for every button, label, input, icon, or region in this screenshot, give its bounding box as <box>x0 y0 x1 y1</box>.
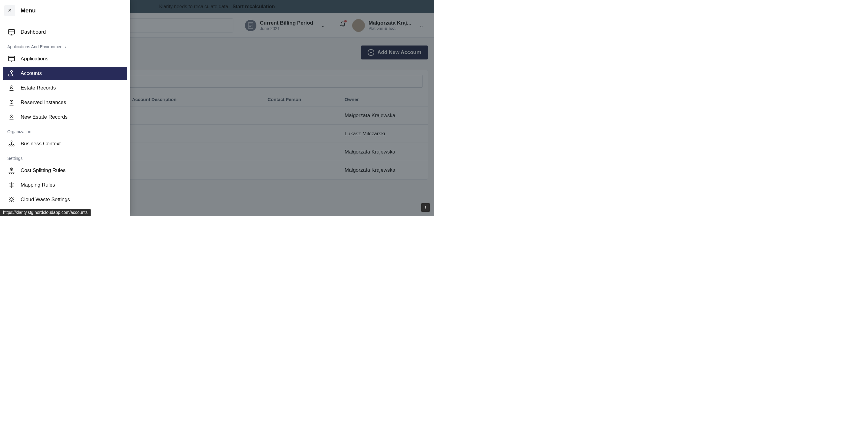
new-estate-records-icon <box>7 113 16 121</box>
dashboard-icon <box>7 28 16 36</box>
svg-point-11 <box>10 70 13 73</box>
nav-item-reserved-instances[interactable]: Reserved Instances <box>3 96 127 109</box>
section-label-applications: Applications And Environments <box>3 40 127 51</box>
section-label-organization: Organization <box>3 125 127 136</box>
nav-item-label: Mapping Rules <box>21 182 55 188</box>
mapping-rules-icon <box>7 181 16 189</box>
nav-item-business-context[interactable]: Business Context <box>3 137 127 150</box>
nav-item-label: Estate Records <box>21 85 56 91</box>
menu-drawer: ✕ Menu Dashboard Applications And Enviro… <box>0 0 130 216</box>
accounts-icon <box>7 69 16 78</box>
svg-point-18 <box>13 145 14 146</box>
estate-records-icon <box>7 84 16 92</box>
nav-item-cost-splitting-rules[interactable]: Cost Splitting Rules <box>3 164 127 177</box>
svg-rect-9 <box>8 29 14 34</box>
nav-item-label: Reserved Instances <box>21 99 66 106</box>
nav-item-mapping-rules[interactable]: Mapping Rules <box>3 178 127 192</box>
browser-status-bar: https://klarity.stg.nordcloudapp.com/acc… <box>0 209 91 216</box>
nav-item-estate-records[interactable]: Estate Records <box>3 81 127 95</box>
nav-item-applications[interactable]: Applications <box>3 52 127 65</box>
nav-item-cloud-waste-settings[interactable]: Cloud Waste Settings <box>3 193 127 206</box>
nav-item-accounts[interactable]: Accounts <box>3 67 127 80</box>
menu-nav: Dashboard Applications And Environments … <box>0 21 130 216</box>
reserved-instances-icon <box>7 98 16 107</box>
svg-point-24 <box>11 199 12 200</box>
section-label-settings: Settings <box>3 152 127 163</box>
close-icon: ✕ <box>8 7 12 13</box>
svg-point-23 <box>11 184 12 186</box>
svg-point-21 <box>11 172 12 173</box>
nav-item-label: Accounts <box>21 70 42 77</box>
svg-point-16 <box>9 145 10 146</box>
svg-point-17 <box>11 145 12 146</box>
nav-item-label: Cost Splitting Rules <box>21 168 65 174</box>
nav-item-label: Dashboard <box>21 29 46 35</box>
nav-item-label: Business Context <box>21 141 61 147</box>
svg-rect-10 <box>8 56 14 61</box>
menu-title: Menu <box>21 7 36 14</box>
business-context-icon <box>7 140 16 148</box>
nav-item-label: Cloud Waste Settings <box>21 197 70 203</box>
feedback-button[interactable]: ! <box>421 203 430 212</box>
nav-item-label: Applications <box>21 56 49 62</box>
svg-point-15 <box>11 141 12 142</box>
nav-item-dashboard[interactable]: Dashboard <box>3 26 127 39</box>
nav-item-new-estate-records[interactable]: New Estate Records <box>3 110 127 124</box>
applications-icon <box>7 55 16 63</box>
cloud-waste-icon <box>7 195 16 204</box>
svg-point-12 <box>10 86 13 89</box>
svg-point-22 <box>13 172 14 173</box>
cost-splitting-icon <box>7 166 16 175</box>
nav-item-label: New Estate Records <box>21 114 68 120</box>
svg-point-20 <box>9 172 10 173</box>
close-menu-button[interactable]: ✕ <box>4 5 15 16</box>
feedback-icon: ! <box>425 205 426 210</box>
